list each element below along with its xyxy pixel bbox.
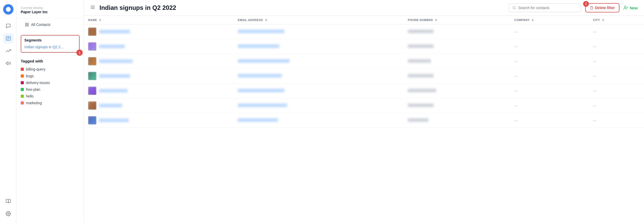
- avatar: [88, 42, 96, 51]
- name-value: [99, 59, 133, 63]
- tag-marketing[interactable]: marketing: [21, 100, 80, 106]
- badge-2: 2: [583, 1, 589, 7]
- contacts-table: NAME ⇅ EMAIL ADDRESS ⇅ PHONE NUMBER ⇅ CO…: [84, 16, 644, 128]
- table-row[interactable]: --- ---: [84, 54, 644, 69]
- main-header: Indian signups in Q2 2022 2 Delete filte…: [84, 0, 644, 16]
- col-phone[interactable]: PHONE NUMBER ⇅: [404, 16, 510, 24]
- sidebar: Currently viewing: Paper Layer Inc All C…: [17, 0, 84, 223]
- table-row[interactable]: --- ---: [84, 98, 644, 113]
- tag-free-plan[interactable]: free-plan: [21, 86, 80, 93]
- col-company[interactable]: COMPANY ⇅: [510, 16, 589, 24]
- tagged-with-label: Tagged with: [21, 59, 80, 63]
- company-value: ---: [514, 104, 518, 108]
- segments-section: Segments Indian signups in Q2 2... 1: [17, 35, 84, 53]
- search-input[interactable]: [518, 6, 577, 10]
- sort-icon-city: ⇅: [602, 19, 604, 22]
- tag-list: billing-query bugs delivery-issues free-…: [21, 66, 80, 106]
- trash-icon: [590, 6, 593, 10]
- company-value: ---: [514, 59, 518, 63]
- all-contacts-link[interactable]: All Contacts: [21, 20, 80, 29]
- company-value: ---: [514, 30, 518, 34]
- company-value: ---: [514, 74, 518, 78]
- avatar: [88, 116, 96, 124]
- avatar: [88, 57, 96, 65]
- hamburger-icon[interactable]: [90, 5, 95, 11]
- table-row[interactable]: --- ---: [84, 83, 644, 98]
- tag-delivery-issues[interactable]: delivery-issues: [21, 79, 80, 86]
- company-value: ---: [514, 89, 518, 93]
- email-value: [238, 44, 279, 48]
- new-button[interactable]: New: [624, 5, 638, 10]
- segments-label: Segments: [24, 38, 76, 42]
- currently-viewing-label: Currently viewing:: [21, 6, 80, 9]
- table-row[interactable]: --- ---: [84, 113, 644, 128]
- contacts-icon[interactable]: [3, 33, 13, 44]
- library-icon[interactable]: [3, 196, 13, 206]
- company-value: ---: [514, 45, 518, 48]
- avatar: [88, 27, 96, 36]
- user-plus-icon: [624, 5, 628, 10]
- city-value: ---: [593, 104, 596, 108]
- phone-value: [408, 44, 434, 48]
- chat-icon[interactable]: [3, 21, 13, 31]
- new-label: New: [630, 6, 638, 10]
- table-row[interactable]: --- ---: [84, 24, 644, 39]
- tag-label: bugs: [26, 74, 34, 78]
- svg-point-6: [8, 213, 9, 214]
- segments-box: Segments Indian signups in Q2 2... 1: [21, 35, 80, 53]
- phone-value: [408, 89, 436, 92]
- email-value: [238, 30, 284, 33]
- svg-point-0: [6, 7, 10, 12]
- tag-label: free-plan: [26, 87, 40, 92]
- company-name: Paper Layer Inc: [21, 10, 80, 14]
- sort-icon-phone: ⇅: [435, 19, 437, 22]
- name-value: [99, 45, 125, 48]
- sort-icon-company: ⇅: [532, 19, 534, 22]
- col-city[interactable]: CITY ⇅: [589, 16, 644, 24]
- email-value: [238, 118, 278, 122]
- city-value: ---: [593, 59, 596, 63]
- tag-billing-query[interactable]: billing-query: [21, 66, 80, 73]
- email-value: [238, 74, 282, 78]
- tag-bugs[interactable]: bugs: [21, 73, 80, 79]
- analytics-icon[interactable]: [3, 46, 13, 56]
- table-row[interactable]: --- ---: [84, 69, 644, 83]
- app-logo[interactable]: [3, 4, 13, 15]
- company-value: ---: [514, 119, 518, 122]
- badge-1: 1: [76, 50, 83, 56]
- sort-icon-name: ⇅: [99, 19, 101, 22]
- svg-rect-9: [25, 25, 27, 26]
- avatar: [88, 87, 96, 95]
- settings-icon[interactable]: [3, 208, 13, 219]
- svg-rect-7: [25, 23, 27, 24]
- phone-value: [408, 30, 434, 33]
- main-content: Indian signups in Q2 2022 2 Delete filte…: [84, 0, 644, 223]
- segment-item[interactable]: Indian signups in Q2 2...: [24, 44, 76, 50]
- email-value: [238, 59, 290, 63]
- tag-label: billing-query: [26, 67, 45, 71]
- svg-marker-5: [6, 62, 8, 65]
- tagged-section: Tagged with billing-query bugs delivery-…: [17, 59, 84, 106]
- svg-rect-8: [27, 23, 28, 24]
- search-box[interactable]: [509, 3, 581, 12]
- page-title: Indian signups in Q2 2022: [99, 4, 504, 11]
- name-value: [99, 74, 130, 78]
- all-contacts-label: All Contacts: [31, 23, 51, 27]
- name-value: [99, 89, 127, 93]
- svg-line-15: [515, 9, 516, 9]
- tag-hello[interactable]: hello: [21, 93, 80, 100]
- svg-point-14: [513, 6, 516, 9]
- col-email[interactable]: EMAIL ADDRESS ⇅: [234, 16, 404, 24]
- campaigns-icon[interactable]: [3, 58, 13, 68]
- left-nav: [0, 0, 17, 223]
- phone-value: [408, 118, 428, 122]
- delete-filter-button[interactable]: 2 Delete filter: [585, 3, 619, 12]
- currently-viewing: Currently viewing: Paper Layer Inc: [17, 4, 84, 18]
- svg-point-16: [625, 6, 626, 8]
- tag-label: delivery-issues: [26, 81, 50, 85]
- col-name[interactable]: NAME ⇅: [84, 16, 234, 24]
- city-value: ---: [593, 45, 596, 48]
- name-value: [99, 104, 122, 107]
- tag-dot-hello: [21, 95, 24, 98]
- table-row[interactable]: --- ---: [84, 39, 644, 54]
